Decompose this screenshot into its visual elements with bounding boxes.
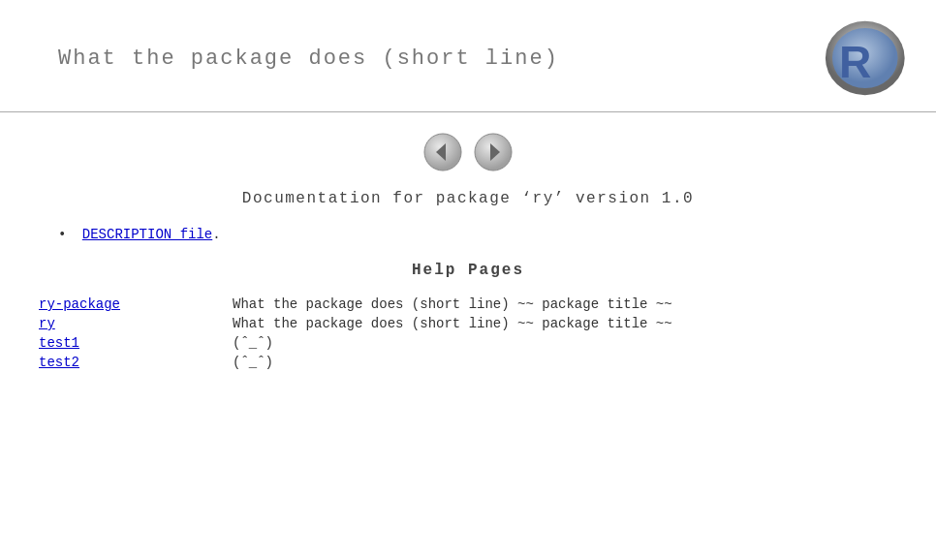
back-arrow-icon[interactable] — [422, 132, 463, 172]
help-page-link[interactable]: test2 — [39, 355, 233, 370]
help-pages-title: Help Pages — [0, 262, 936, 279]
help-row: test1(ˆ_ˆ) — [19, 335, 936, 351]
help-page-link[interactable]: ry — [39, 316, 233, 331]
page-header: What the package does (short line) R — [0, 0, 936, 111]
description-file-link[interactable]: DESCRIPTION file — [82, 227, 212, 242]
help-page-desc: What the package does (short line) ~~ pa… — [233, 316, 672, 331]
help-page-desc: What the package does (short line) ~~ pa… — [233, 296, 672, 312]
nav-arrows — [0, 132, 936, 172]
help-page-desc: (ˆ_ˆ) — [233, 355, 273, 370]
description-suffix: . — [212, 227, 220, 242]
svg-text:R: R — [839, 37, 871, 87]
forward-arrow-icon[interactable] — [473, 132, 514, 172]
help-page-link[interactable]: ry-package — [39, 296, 233, 312]
bullet-point: • — [58, 227, 66, 242]
doc-title: Documentation for package ‘ry’ version 1… — [0, 190, 936, 207]
help-row: ryWhat the package does (short line) ~~ … — [19, 316, 936, 331]
header-divider — [0, 111, 936, 112]
description-section: • DESCRIPTION file. — [0, 227, 936, 242]
help-row: test2(ˆ_ˆ) — [19, 355, 936, 370]
help-pages-table: ry-packageWhat the package does (short l… — [0, 296, 936, 370]
help-row: ry-packageWhat the package does (short l… — [19, 296, 936, 312]
help-page-desc: (ˆ_ˆ) — [233, 335, 273, 351]
help-page-link[interactable]: test1 — [39, 335, 233, 351]
page-title: What the package does (short line) — [58, 47, 559, 71]
r-logo: R — [820, 19, 907, 97]
